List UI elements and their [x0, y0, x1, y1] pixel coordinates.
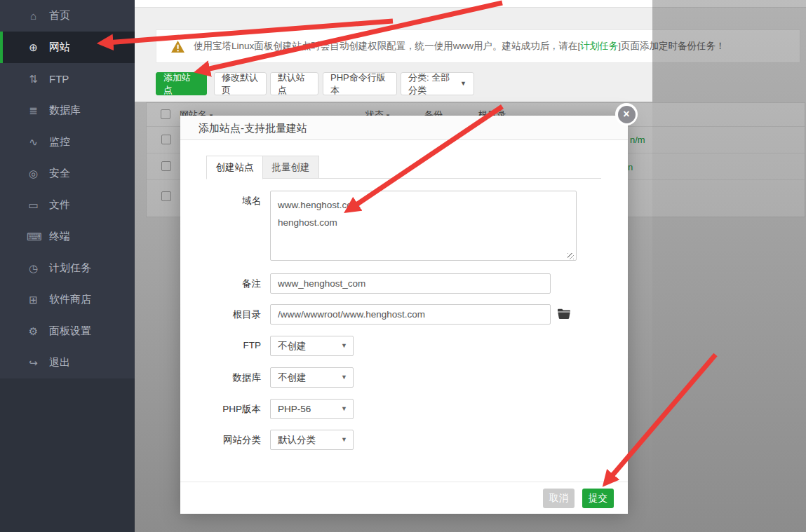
sidebar-item-label: 安全: [49, 167, 70, 180]
note-label: 备注: [194, 278, 261, 290]
sidebar-item-label: 软件商店: [49, 293, 91, 306]
modal-title: 添加站点-支持批量建站: [199, 122, 307, 135]
modal-tabs: 创建站点 批量创建: [206, 156, 601, 179]
ftp-icon: ⇅: [27, 73, 40, 86]
sidebar-item-appstore[interactable]: ⊞ 软件商店: [0, 284, 135, 315]
calendar-icon: ◷: [27, 262, 40, 275]
warning-text: 使用宝塔Linux面板创建站点时会自动创建权限配置，统一使用www用户。建站成功…: [194, 40, 725, 53]
category-filter-label: 分类: 全部分类: [408, 71, 455, 97]
sidebar-item-label: 数据库: [49, 104, 81, 117]
default-site-button[interactable]: 默认站点: [270, 72, 318, 95]
db-label: 数据库: [194, 371, 261, 384]
sidebar-item-label: FTP: [49, 73, 69, 85]
close-icon: ×: [618, 106, 636, 123]
shield-icon: ◎: [27, 168, 40, 180]
sidebar-item-label: 首页: [49, 9, 70, 22]
php-version-select-value: PHP-56: [278, 404, 341, 414]
ftp-select[interactable]: 不创建 ▼: [270, 336, 354, 356]
tab-create-site[interactable]: 创建站点: [206, 156, 263, 179]
sidebar-item-cron[interactable]: ◷ 计划任务: [0, 252, 135, 284]
sidebar-item-database[interactable]: ≣ 数据库: [0, 95, 135, 126]
sidebar-item-home[interactable]: ⌂ 首页: [0, 0, 135, 32]
sidebar-item-ftp[interactable]: ⇅ FTP: [0, 63, 135, 95]
sidebar-item-label: 文件: [49, 198, 70, 212]
php-version-select[interactable]: PHP-56 ▼: [270, 399, 354, 419]
ftp-label: FTP: [194, 340, 261, 350]
gear-icon: ⚙: [27, 325, 40, 338]
modal-footer: 取消 提交: [180, 482, 628, 514]
sidebar-item-label: 监控: [49, 135, 70, 149]
php-version-label: PHP版本: [194, 403, 261, 416]
warning-icon: [171, 41, 184, 53]
domain-label: 域名: [194, 195, 261, 207]
sidebar-item-label: 网站: [49, 41, 70, 54]
root-dir-label: 根目录: [194, 308, 261, 321]
tab-batch-create[interactable]: 批量创建: [263, 156, 319, 179]
domain-textarea[interactable]: www.henghost.com henghost.com: [270, 191, 577, 261]
home-icon: ⌂: [27, 10, 40, 22]
sidebar-item-sites[interactable]: ⊕ 网站: [0, 32, 135, 63]
site-category-select-value: 默认分类: [278, 434, 341, 446]
modal-backdrop[interactable]: [652, 0, 806, 532]
sidebar-item-monitor[interactable]: ∿ 监控: [0, 126, 135, 158]
database-icon: ≣: [27, 104, 40, 117]
monitor-icon: ∿: [27, 136, 40, 149]
folder-icon: ▭: [27, 199, 40, 212]
warning-text-pre: 使用宝塔Linux面板创建站点时会自动创建权限配置，统一使用www用户。建站成功…: [194, 41, 580, 51]
grid-icon: ⊞: [27, 294, 40, 306]
database-select-value: 不创建: [278, 371, 341, 384]
sidebar-item-files[interactable]: ▭ 文件: [0, 189, 135, 221]
note-input[interactable]: [270, 273, 551, 294]
root-dir-input[interactable]: [270, 304, 551, 325]
site-category-label: 网站分类: [194, 434, 261, 446]
modify-default-page-button[interactable]: 修改默认页: [214, 72, 267, 95]
globe-icon: ⊕: [27, 41, 40, 54]
chevron-down-icon: ▼: [341, 343, 347, 349]
chevron-down-icon: ▼: [460, 81, 466, 87]
baota-panel-page: ⌂ 首页 ⊕ 网站 ⇅ FTP ≣ 数据库 ∿ 监控 ◎ 安全: [0, 0, 806, 532]
sidebar-menu: ⌂ 首页 ⊕ 网站 ⇅ FTP ≣ 数据库 ∿ 监控 ◎ 安全: [0, 0, 135, 378]
add-site-modal: 添加站点-支持批量建站 × 创建站点 批量创建 域名 www.henghost.…: [180, 116, 628, 514]
cancel-button[interactable]: 取消: [543, 489, 575, 508]
database-select[interactable]: 不创建 ▼: [270, 367, 354, 388]
sidebar-item-label: 面板设置: [49, 325, 91, 338]
resize-handle-icon[interactable]: [567, 253, 574, 259]
chevron-down-icon: ▼: [341, 437, 347, 443]
php-cli-version-button[interactable]: PHP命令行版本: [323, 72, 397, 95]
folder-icon[interactable]: [558, 308, 570, 319]
sidebar-item-label: 退出: [49, 356, 70, 369]
category-filter-dropdown[interactable]: 分类: 全部分类 ▼: [401, 72, 474, 95]
chevron-down-icon: ▼: [341, 406, 347, 412]
terminal-icon: ⌨: [27, 231, 40, 243]
sidebar-item-security[interactable]: ◎ 安全: [0, 158, 135, 189]
modal-header: 添加站点-支持批量建站: [180, 116, 628, 140]
cron-page-link[interactable]: 计划任务: [580, 41, 618, 51]
add-site-button[interactable]: 添加站点: [156, 72, 207, 95]
sidebar-item-settings[interactable]: ⚙ 面板设置: [0, 315, 135, 347]
sidebar-item-terminal[interactable]: ⌨ 终端: [0, 221, 135, 252]
sidebar-item-label: 计划任务: [49, 261, 91, 275]
site-category-select[interactable]: 默认分类 ▼: [270, 430, 354, 450]
chevron-down-icon: ▼: [341, 374, 347, 381]
ftp-select-value: 不创建: [278, 340, 341, 353]
submit-button[interactable]: 提交: [582, 489, 614, 508]
close-button[interactable]: ×: [615, 103, 638, 125]
sidebar-item-label: 终端: [49, 230, 70, 243]
logout-icon: ↪: [27, 357, 40, 369]
sidebar-item-logout[interactable]: ↪ 退出: [0, 347, 135, 378]
sidebar: ⌂ 首页 ⊕ 网站 ⇅ FTP ≣ 数据库 ∿ 监控 ◎ 安全: [0, 0, 135, 532]
